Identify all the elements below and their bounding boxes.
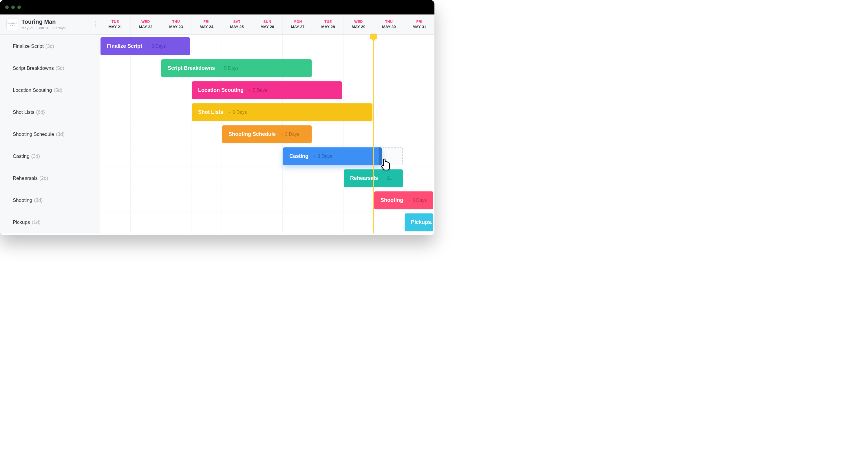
- date-column[interactable]: TUEMAY 21: [100, 14, 130, 34]
- grid-cell[interactable]: [282, 167, 313, 189]
- grid-cell[interactable]: [161, 211, 191, 233]
- task-row-label[interactable]: Finalize Script (3d): [0, 35, 100, 57]
- grid-cell[interactable]: [313, 57, 343, 79]
- grid-cell[interactable]: [404, 80, 434, 101]
- window-minimize-icon[interactable]: [11, 5, 15, 9]
- window-controls[interactable]: [5, 5, 21, 9]
- grid-cell[interactable]: [404, 101, 434, 123]
- grid-cell[interactable]: [374, 35, 404, 57]
- date-column[interactable]: THUMAY 23: [161, 14, 191, 34]
- task-bar[interactable]: Shooting Schedule · 3 Days: [222, 125, 312, 143]
- grid-cell[interactable]: [191, 123, 222, 145]
- grid-cell[interactable]: [343, 35, 374, 57]
- more-menu-button[interactable]: [95, 22, 96, 27]
- grid-cell[interactable]: [374, 123, 404, 145]
- date-column[interactable]: FRIMAY 31: [404, 14, 434, 34]
- date-column[interactable]: WEDMAY 22: [130, 14, 161, 34]
- grid-cell[interactable]: [222, 35, 252, 57]
- grid-cell[interactable]: [191, 189, 222, 211]
- grid-cell[interactable]: [404, 167, 434, 189]
- grid-cell[interactable]: [100, 57, 130, 79]
- grid-cell[interactable]: [343, 189, 374, 211]
- task-row-label[interactable]: Casting (3d): [0, 145, 100, 167]
- task-row-label[interactable]: Pickups (1d): [0, 211, 100, 233]
- task-bar[interactable]: Pickups...: [405, 213, 433, 231]
- grid-cell[interactable]: [343, 211, 374, 233]
- task-bar[interactable]: Location Scouting · 5 Days: [192, 82, 342, 99]
- grid-cell[interactable]: [282, 211, 313, 233]
- grid-cell[interactable]: [161, 189, 191, 211]
- date-column[interactable]: FRIMAY 24: [191, 14, 222, 34]
- task-bar[interactable]: Casting · 3 Days: [283, 147, 382, 165]
- task-bar[interactable]: Script Breakdowns · 5 Days: [161, 59, 312, 77]
- task-row-label[interactable]: Location Scouting (5d): [0, 80, 100, 101]
- grid-cell[interactable]: [100, 211, 130, 233]
- grid-cell[interactable]: [313, 35, 343, 57]
- grid-cell[interactable]: [374, 101, 404, 123]
- grid-cell[interactable]: [252, 189, 282, 211]
- grid-cell[interactable]: [222, 145, 252, 167]
- task-row-label[interactable]: Shooting Schedule (3d): [0, 123, 100, 145]
- grid-cell[interactable]: [282, 35, 313, 57]
- grid-cell[interactable]: [100, 101, 130, 123]
- grid-cell[interactable]: [100, 123, 130, 145]
- grid-cell[interactable]: [313, 189, 343, 211]
- task-row-label[interactable]: Shooting (3d): [0, 189, 100, 211]
- grid-cell[interactable]: [191, 167, 222, 189]
- grid-cell[interactable]: [161, 101, 191, 123]
- grid-cell[interactable]: [313, 167, 343, 189]
- window-close-icon[interactable]: [5, 5, 9, 9]
- task-bar[interactable]: Finalize Script · 3 Days: [100, 37, 190, 55]
- date-column[interactable]: WEDMAY 29: [343, 14, 374, 34]
- grid-cell[interactable]: [282, 189, 313, 211]
- grid-cell[interactable]: [130, 101, 161, 123]
- grid-cell[interactable]: [404, 123, 434, 145]
- date-column[interactable]: SATMAY 25: [222, 14, 252, 34]
- date-column[interactable]: THUMAY 30: [374, 14, 404, 34]
- grid-cell[interactable]: [191, 35, 222, 57]
- grid-cell[interactable]: [404, 57, 434, 79]
- date-column[interactable]: MONMAY 27: [282, 14, 313, 34]
- grid-cell[interactable]: [252, 145, 282, 167]
- grid-cell[interactable]: [343, 57, 374, 79]
- grid-cell[interactable]: [130, 145, 161, 167]
- task-row-label[interactable]: Shot Lists (6d): [0, 101, 100, 123]
- grid-cell[interactable]: [222, 167, 252, 189]
- grid-cell[interactable]: [313, 211, 343, 233]
- grid-cell[interactable]: [161, 123, 191, 145]
- grid-cell[interactable]: [191, 145, 222, 167]
- grid-cell[interactable]: [374, 57, 404, 79]
- grid-cell[interactable]: [222, 189, 252, 211]
- grid-cell[interactable]: [130, 57, 161, 79]
- project-thumbnail[interactable]: TOURING MAN: [6, 19, 18, 30]
- task-row-label[interactable]: Rehearsals (2d): [0, 167, 100, 189]
- grid-cell[interactable]: [252, 211, 282, 233]
- grid-cell[interactable]: [374, 211, 404, 233]
- grid-cell[interactable]: [404, 35, 434, 57]
- task-bar[interactable]: Rehearsals · 2...: [344, 169, 403, 187]
- grid-cell[interactable]: [222, 211, 252, 233]
- grid-cell[interactable]: [252, 35, 282, 57]
- grid-cell[interactable]: [130, 189, 161, 211]
- task-bar[interactable]: Shooting · 3 Days: [374, 191, 433, 209]
- grid-cell[interactable]: [100, 145, 130, 167]
- window-zoom-icon[interactable]: [18, 5, 21, 9]
- date-column[interactable]: SUNMAY 26: [252, 14, 282, 34]
- grid-cell[interactable]: [313, 123, 343, 145]
- grid-cell[interactable]: [404, 145, 434, 167]
- grid-cell[interactable]: [252, 167, 282, 189]
- grid-cell[interactable]: [161, 80, 191, 101]
- grid-cell[interactable]: [130, 167, 161, 189]
- task-row-label[interactable]: Script Breakdowns (5d): [0, 57, 100, 79]
- grid-cell[interactable]: [100, 189, 130, 211]
- grid-cell[interactable]: [161, 145, 191, 167]
- grid-cell[interactable]: [100, 167, 130, 189]
- task-bar[interactable]: Shot Lists · 6 Days: [192, 103, 372, 121]
- grid-cell[interactable]: [130, 80, 161, 101]
- date-column[interactable]: TUEMAY 28: [313, 14, 343, 34]
- grid-cell[interactable]: [191, 211, 222, 233]
- grid-cell[interactable]: [374, 80, 404, 101]
- resize-handle[interactable]: [379, 147, 382, 165]
- grid-cell[interactable]: [343, 123, 374, 145]
- grid-cell[interactable]: [343, 80, 374, 101]
